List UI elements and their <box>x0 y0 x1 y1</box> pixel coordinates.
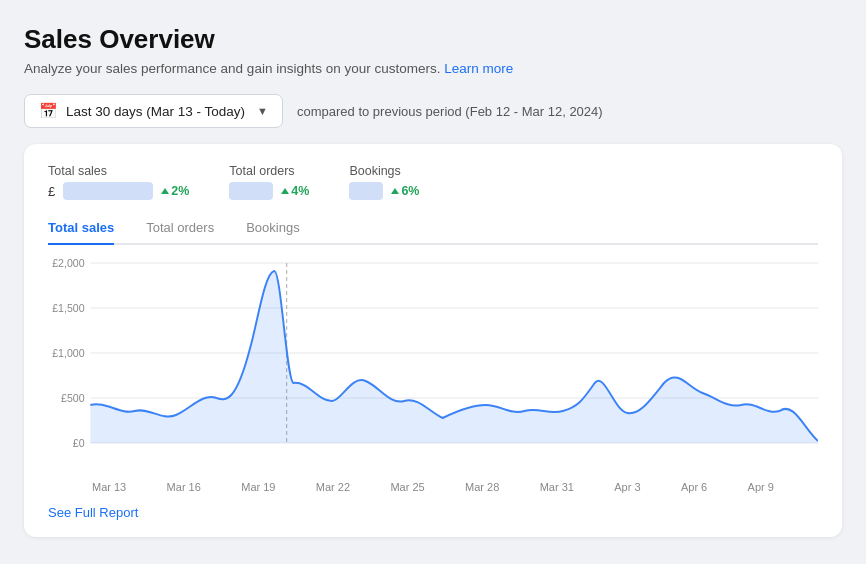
x-labels: Mar 13 Mar 16 Mar 19 Mar 22 Mar 25 Mar 2… <box>48 477 818 493</box>
metric-label-orders: Total orders <box>229 164 309 178</box>
sales-overview-card: Total sales £ 2% Total orders 4% <box>24 144 842 537</box>
learn-more-link[interactable]: Learn more <box>444 61 513 76</box>
metric-pct-orders: 4% <box>281 184 309 198</box>
compare-text: compared to previous period (Feb 12 - Ma… <box>297 104 603 119</box>
see-full-report-link[interactable]: See Full Report <box>48 505 138 520</box>
subtitle: Analyze your sales performance and gain … <box>24 61 842 76</box>
arrow-up-icon <box>161 188 169 194</box>
metric-value-bar-sales <box>63 182 153 200</box>
currency-symbol: £ <box>48 184 55 199</box>
date-range-label: Last 30 days (Mar 13 - Today) <box>66 104 245 119</box>
x-label: Apr 3 <box>614 481 640 493</box>
page-title: Sales Overview <box>24 24 842 55</box>
x-label: Apr 9 <box>748 481 774 493</box>
metric-label-bookings: Bookings <box>349 164 419 178</box>
svg-text:£1,500: £1,500 <box>52 302 84 314</box>
svg-text:£2,000: £2,000 <box>52 257 84 269</box>
chart-area-fill <box>90 271 818 443</box>
x-label: Mar 22 <box>316 481 350 493</box>
metrics-row: Total sales £ 2% Total orders 4% <box>48 164 818 200</box>
metric-pct-sales: 2% <box>161 184 189 198</box>
chart-svg: £2,000 £1,500 £1,000 £500 £0 <box>48 253 818 473</box>
tab-bar: Total sales Total orders Bookings <box>48 212 818 245</box>
arrow-up-icon-orders <box>281 188 289 194</box>
x-label: Mar 13 <box>92 481 126 493</box>
svg-text:£0: £0 <box>73 437 85 449</box>
metric-pct-bookings: 6% <box>391 184 419 198</box>
tab-bookings[interactable]: Bookings <box>246 212 299 245</box>
metric-total-orders: Total orders 4% <box>229 164 349 200</box>
x-label: Mar 25 <box>390 481 424 493</box>
tab-total-sales[interactable]: Total sales <box>48 212 114 245</box>
chevron-down-icon: ▼ <box>257 105 268 117</box>
calendar-icon: 📅 <box>39 102 58 120</box>
metric-value-bar-orders <box>229 182 273 200</box>
chart-area: £2,000 £1,500 £1,000 £500 £0 Mar 13 Mar … <box>48 253 818 493</box>
date-range-dropdown[interactable]: 📅 Last 30 days (Mar 13 - Today) ▼ <box>24 94 283 128</box>
metric-total-sales: Total sales £ 2% <box>48 164 229 200</box>
x-label: Mar 28 <box>465 481 499 493</box>
metric-bookings: Bookings 6% <box>349 164 459 200</box>
svg-text:£1,000: £1,000 <box>52 347 84 359</box>
metric-value-bar-bookings <box>349 182 383 200</box>
tab-total-orders[interactable]: Total orders <box>146 212 214 245</box>
arrow-up-icon-bookings <box>391 188 399 194</box>
svg-text:£500: £500 <box>61 392 85 404</box>
metric-label-sales: Total sales <box>48 164 189 178</box>
x-label: Mar 19 <box>241 481 275 493</box>
filter-bar: 📅 Last 30 days (Mar 13 - Today) ▼ compar… <box>24 94 842 128</box>
x-label: Apr 6 <box>681 481 707 493</box>
x-label: Mar 16 <box>167 481 201 493</box>
x-label: Mar 31 <box>540 481 574 493</box>
